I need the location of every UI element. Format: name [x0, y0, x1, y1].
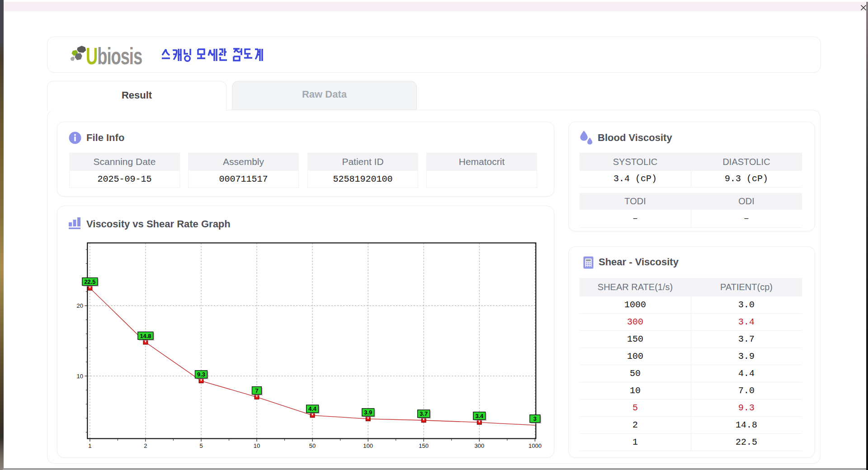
svg-text:2: 2 — [144, 442, 147, 449]
svg-text:3.9: 3.9 — [364, 409, 372, 416]
svg-text:1: 1 — [88, 442, 91, 449]
svg-text:20: 20 — [77, 302, 83, 309]
svg-text:9.3: 9.3 — [197, 371, 205, 378]
svg-text:7: 7 — [255, 387, 258, 394]
svg-text:3: 3 — [533, 415, 537, 422]
svg-text:4.4: 4.4 — [308, 405, 317, 412]
svg-text:300: 300 — [474, 442, 484, 449]
svg-text:100: 100 — [363, 442, 373, 449]
svg-text:10: 10 — [77, 373, 83, 380]
svg-text:22.5: 22.5 — [84, 278, 95, 285]
svg-text:3.7: 3.7 — [420, 410, 428, 417]
svg-text:14.8: 14.8 — [140, 333, 151, 339]
svg-text:1000: 1000 — [528, 442, 542, 449]
svg-text:5: 5 — [199, 442, 203, 449]
svg-text:150: 150 — [419, 442, 429, 449]
svg-text:10: 10 — [254, 442, 260, 449]
svg-text:3.4: 3.4 — [475, 413, 484, 419]
svg-text:50: 50 — [309, 442, 316, 449]
